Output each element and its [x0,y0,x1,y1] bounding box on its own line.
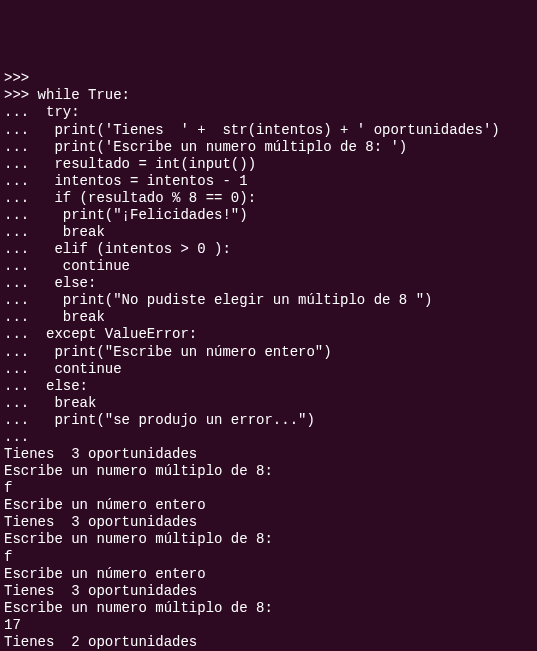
terminal-line: ... resultado = int(input()) [4,156,533,173]
terminal-line: 17 [4,617,533,634]
terminal-line: f [4,480,533,497]
terminal-line: ... print('Tienes ' + str(intentos) + ' … [4,122,533,139]
terminal-line: >>> while True: [4,87,533,104]
terminal-line: f [4,549,533,566]
terminal-line: Tienes 3 oportunidades [4,583,533,600]
terminal-line: ... break [4,224,533,241]
terminal-line: ... if (resultado % 8 == 0): [4,190,533,207]
terminal-line: ... intentos = intentos - 1 [4,173,533,190]
terminal-line: ... continue [4,258,533,275]
terminal-output: >>> >>> while True:... try:... print('Ti… [4,70,533,651]
terminal-line: Tienes 3 oportunidades [4,446,533,463]
terminal-line: Tienes 3 oportunidades [4,514,533,531]
terminal-line: Escribe un numero múltiplo de 8: [4,463,533,480]
terminal-line: ... print("No pudiste elegir un múltiplo… [4,292,533,309]
terminal-line: ... print('Escribe un numero múltiplo de… [4,139,533,156]
terminal-line: ... else: [4,378,533,395]
terminal-line: Escribe un número entero [4,497,533,514]
terminal-line: >>> [4,70,533,87]
terminal-line: ... print("se produjo un error...") [4,412,533,429]
terminal-line: ... else: [4,275,533,292]
terminal-line: ... continue [4,361,533,378]
terminal-line: ... elif (intentos > 0 ): [4,241,533,258]
terminal-line: ... break [4,309,533,326]
terminal-line: Escribe un número entero [4,566,533,583]
terminal-line: Tienes 2 oportunidades [4,634,533,651]
terminal-line: ... print("Escribe un número entero") [4,344,533,361]
terminal-line: ... print("¡Felicidades!") [4,207,533,224]
terminal-line: Escribe un numero múltiplo de 8: [4,531,533,548]
terminal-line: ... break [4,395,533,412]
terminal-line: Escribe un numero múltiplo de 8: [4,600,533,617]
terminal-line: ... except ValueError: [4,326,533,343]
terminal-line: ... [4,429,533,446]
terminal-line: ... try: [4,104,533,121]
